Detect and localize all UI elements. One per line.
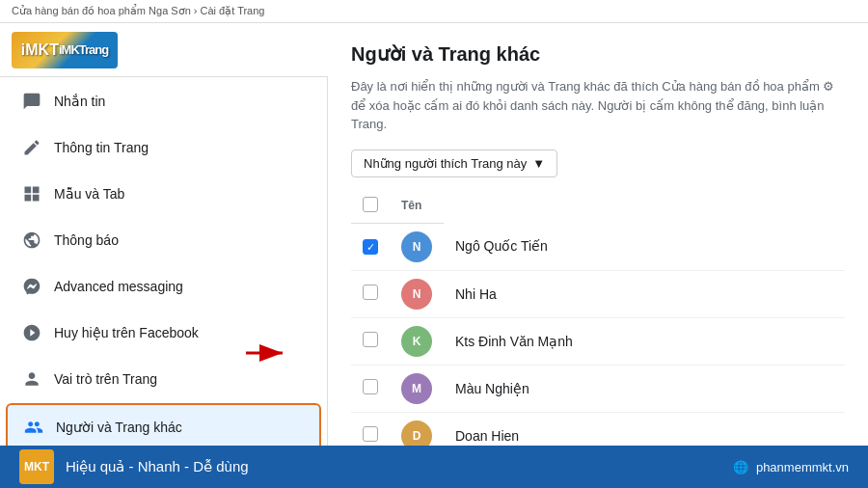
footer: MKT Hiệu quả - Nhanh - Dễ dùng 🌐 phanmem… [0, 446, 868, 488]
table-row: NNhi Ha [351, 270, 845, 317]
sidebar-label-vai-tro: Vai trò trên Trang [54, 371, 157, 387]
table-row: DDoan Hien [351, 412, 845, 446]
logo: iMKTrang [12, 32, 118, 68]
sidebar: Nhắn tin Thông tin Trang Mẫu và Tab Thôn… [0, 77, 328, 446]
chat-icon [21, 91, 42, 112]
sidebar-label-mau-va-tab: Mẫu và Tab [54, 186, 124, 202]
row-checkbox[interactable] [363, 379, 378, 394]
sidebar-label-thong-bao: Thông báo [54, 232, 119, 248]
sidebar-item-nhan-tin[interactable]: Nhắn tin [6, 79, 321, 123]
sidebar-label-advanced-messaging: Advanced messaging [54, 279, 183, 294]
footer-logo: MKT [19, 449, 54, 484]
sidebar-label-nhan-tin: Nhắn tin [54, 94, 105, 109]
person-name: Màu Nghiện [444, 365, 845, 412]
footer-tagline: Hiệu quả - Nhanh - Dễ dùng [66, 458, 249, 475]
row-checkbox[interactable] [363, 332, 378, 347]
sidebar-item-thong-bao[interactable]: Thông báo [6, 218, 321, 262]
filter-label: Những người thích Trang này [364, 156, 527, 171]
table-header-name: Tên [390, 189, 444, 224]
table-row: MMàu Nghiện [351, 365, 845, 412]
page-title: Người và Trang khác [351, 42, 845, 66]
sidebar-label-huy-hieu: Huy hiệu trên Facebook [54, 325, 199, 340]
main-content: Người và Trang khác Đây là nơi hiển thị … [328, 23, 868, 446]
avatar: N [401, 279, 432, 310]
sidebar-item-vai-tro[interactable]: Vai trò trên Trang [6, 357, 321, 401]
sidebar-item-advanced-messaging[interactable]: Advanced messaging [6, 264, 321, 309]
avatar: D [401, 420, 432, 447]
pen-icon [21, 137, 42, 158]
star-circle-icon [21, 322, 42, 343]
logo-area: iMKTrang [0, 23, 328, 77]
globe-footer-icon: 🌐 [733, 460, 748, 474]
avatar: M [401, 373, 432, 404]
footer-right: 🌐 phanmemmkt.vn [733, 460, 849, 474]
chevron-down-icon: ▼ [532, 156, 545, 171]
footer-website: phanmemmkt.vn [756, 460, 849, 474]
sidebar-item-thong-tin-trang[interactable]: Thông tin Trang [6, 125, 321, 170]
messenger-icon [21, 276, 42, 297]
globe-icon [21, 230, 42, 251]
footer-left: MKT Hiệu quả - Nhanh - Dễ dùng [19, 449, 249, 484]
sidebar-item-nguoi-va-trang[interactable]: Người và Trang khác [6, 403, 321, 446]
sidebar-label-nguoi-va-trang: Người và Trang khác [56, 420, 182, 435]
sidebar-item-mau-va-tab[interactable]: Mẫu và Tab [6, 172, 321, 216]
people-table: Tên NNgô Quốc TiếnNNhi HaKKts Đinh Văn M… [351, 189, 845, 447]
grid-icon [21, 183, 42, 204]
person-name: Nhi Ha [444, 270, 845, 317]
avatar: K [401, 326, 432, 357]
person-name: Kts Đinh Văn Mạnh [444, 317, 845, 365]
table-row: KKts Đinh Văn Mạnh [351, 317, 845, 365]
person-name: Doan Hien [444, 412, 845, 446]
sidebar-item-huy-hieu[interactable]: Huy hiệu trên Facebook [6, 311, 321, 355]
table-row: NNgô Quốc Tiến [351, 223, 845, 270]
person-icon [21, 368, 42, 390]
page-description: Đây là nơi hiển thị những người và Trang… [351, 77, 845, 134]
table-header-checkbox [351, 189, 390, 224]
person-name: Ngô Quốc Tiến [444, 223, 845, 270]
select-all-checkbox[interactable] [363, 197, 378, 212]
people-icon [23, 417, 44, 438]
row-checkbox[interactable] [363, 239, 378, 255]
row-checkbox[interactable] [363, 426, 378, 442]
breadcrumb-text: Cửa hàng bán đồ hoa phẩm Nga Sơn › Cài đ… [12, 5, 264, 17]
row-checkbox[interactable] [363, 285, 378, 300]
sidebar-label-thong-tin: Thông tin Trang [54, 140, 149, 155]
filter-dropdown[interactable]: Những người thích Trang này ▼ [351, 149, 557, 177]
avatar: N [401, 231, 432, 262]
breadcrumb: Cửa hàng bán đồ hoa phẩm Nga Sơn › Cài đ… [0, 0, 868, 23]
